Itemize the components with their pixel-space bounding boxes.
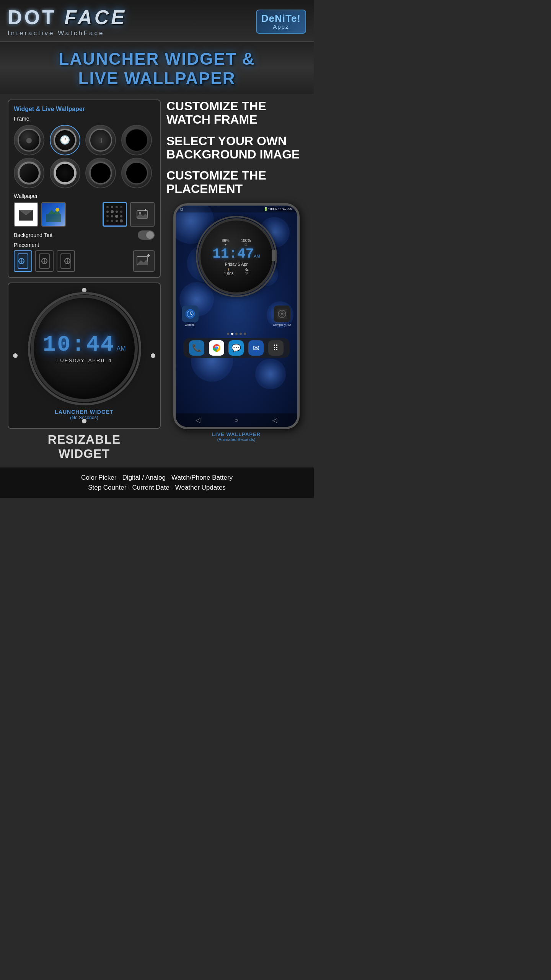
background-tint-row: Background Tint bbox=[14, 230, 155, 240]
phone-dock-area: 📞 💬 ✉ ⠿ bbox=[179, 338, 293, 358]
face-word: FACE bbox=[64, 6, 127, 28]
svg-point-11 bbox=[120, 206, 122, 208]
footer: Color Picker - Digital / Analog - Watch/… bbox=[0, 467, 314, 498]
logo-appz-text: Appz bbox=[261, 23, 301, 30]
feature-2-heading: SELECT YOUR OWN BACKGROUND IMAGE bbox=[166, 134, 306, 161]
launcher-widget-label: LAUNCHER WIDGET bbox=[55, 409, 113, 415]
svg-point-10 bbox=[116, 206, 118, 208]
app-title: DOT FACE bbox=[8, 6, 127, 29]
watch-outer-ring bbox=[28, 292, 141, 405]
placement-add-button[interactable] bbox=[133, 250, 155, 272]
placement-label: Placement bbox=[14, 242, 155, 248]
left-panel: Widget & Live Wallpaper Frame ⬤ 🕐 || bbox=[8, 100, 161, 461]
placement-center-icon bbox=[39, 253, 50, 269]
nav-recents[interactable]: ◁ bbox=[272, 416, 277, 424]
wallpaper-row bbox=[14, 202, 155, 227]
app-watchr[interactable]: WatchR bbox=[182, 305, 199, 327]
widget-preview-container: 10:44 AM TUESDAY, APRIL 4 LAUNCHER WIDGE… bbox=[8, 283, 161, 429]
denite-logo: DeNiTe! Appz bbox=[256, 10, 306, 34]
dock-apps-icon[interactable]: ⠿ bbox=[268, 340, 284, 356]
footer-line-1: Color Picker - Digital / Analog - Watch/… bbox=[8, 473, 306, 483]
background-tint-label: Background Tint bbox=[14, 232, 52, 238]
page-dot-2 bbox=[231, 333, 233, 335]
phone-dock: 📞 💬 ✉ ⠿ bbox=[183, 338, 290, 358]
background-tint-toggle[interactable] bbox=[138, 230, 155, 240]
placement-right[interactable] bbox=[57, 250, 75, 272]
placement-center[interactable] bbox=[35, 250, 54, 272]
wallpaper-add-button[interactable] bbox=[130, 202, 155, 227]
wallpaper-blue-scene[interactable] bbox=[41, 202, 66, 227]
phone-screen: ◻ 🔋100% 11:47 AM 8 bbox=[176, 206, 297, 427]
svg-point-13 bbox=[111, 210, 114, 213]
phone-status-bar: ◻ 🔋100% 11:47 AM bbox=[176, 206, 297, 212]
frame-option-3[interactable]: ||| bbox=[85, 125, 116, 155]
phone-watch-widget: 86% ● 100% □ 11:47 AM bbox=[198, 218, 275, 295]
logo-denite-text: DeNiTe! bbox=[261, 13, 301, 23]
resize-handle-left[interactable] bbox=[13, 353, 18, 358]
live-wallpaper-sublabel: (Animated Seconds) bbox=[166, 437, 306, 442]
svg-point-19 bbox=[120, 215, 122, 217]
svg-point-16 bbox=[106, 215, 109, 217]
phone-watch-outer-ring bbox=[196, 216, 277, 297]
dot-word: DOT bbox=[8, 6, 64, 28]
svg-point-15 bbox=[120, 211, 122, 213]
wallpaper-white[interactable] bbox=[14, 202, 38, 227]
frame-option-7[interactable] bbox=[85, 158, 116, 188]
content-area: Widget & Live Wallpaper Frame ⬤ 🕐 || bbox=[0, 94, 314, 467]
frame-label: Frame bbox=[14, 116, 155, 122]
phone-bottom-nav: ◁ ○ ◁ bbox=[176, 413, 297, 427]
phone-home-row: WatchR bbox=[176, 302, 297, 330]
svg-point-18 bbox=[115, 215, 118, 218]
envelope-icon bbox=[19, 207, 33, 222]
app-complify[interactable]: CompliFy HD bbox=[273, 305, 291, 327]
status-battery: 🔋100% bbox=[264, 207, 277, 211]
frame-option-8[interactable] bbox=[121, 158, 152, 188]
complify-app-icon bbox=[277, 309, 287, 319]
footer-line-2: Step Counter - Current Date - Weather Up… bbox=[8, 483, 306, 493]
watchr-icon bbox=[182, 305, 199, 322]
status-time: 11:47 AM bbox=[278, 207, 292, 211]
wallpaper-label: Wallpaper bbox=[14, 193, 155, 199]
feature-text-area: CUSTOMIZE THE WATCH FRAME SELECT YOUR OW… bbox=[166, 100, 306, 196]
status-left: ◻ bbox=[180, 207, 183, 211]
svg-point-20 bbox=[106, 220, 109, 222]
frame-grid: ⬤ 🕐 ||| bbox=[14, 125, 155, 188]
placement-left[interactable] bbox=[14, 250, 32, 272]
svg-point-12 bbox=[106, 211, 109, 213]
nav-home[interactable]: ○ bbox=[235, 417, 238, 424]
placement-right-icon bbox=[60, 253, 71, 269]
main-title-banner: LAUNCHER WIDGET & LIVE WALLPAPER bbox=[0, 42, 314, 94]
dock-messages-icon[interactable]: 💬 bbox=[228, 340, 244, 356]
add-photo-icon bbox=[136, 208, 148, 220]
complify-icon bbox=[274, 305, 290, 322]
placement-left-icon bbox=[18, 253, 28, 269]
frame-option-6[interactable] bbox=[50, 158, 80, 188]
page-dot-1 bbox=[227, 333, 229, 335]
wallpaper-dotted[interactable] bbox=[103, 202, 127, 227]
frame-option-5[interactable] bbox=[14, 158, 44, 188]
resizable-widget-label: RESIZABLE WIDGET bbox=[8, 433, 161, 461]
feature-3-heading: CUSTOMIZE THE PLACEMENT bbox=[166, 169, 306, 196]
feature-1-heading: CUSTOMIZE THE WATCH FRAME bbox=[166, 100, 306, 126]
dock-phone-icon[interactable]: 📞 bbox=[189, 340, 204, 356]
svg-point-52 bbox=[281, 313, 283, 315]
frame-option-1[interactable]: ⬤ bbox=[14, 125, 44, 155]
svg-point-58 bbox=[215, 346, 218, 350]
page-indicator bbox=[176, 333, 297, 335]
svg-point-22 bbox=[116, 220, 118, 222]
svg-point-9 bbox=[111, 206, 113, 208]
resize-handle-right[interactable] bbox=[151, 353, 155, 358]
watch-widget-preview: 10:44 AM TUESDAY, APRIL 4 bbox=[31, 295, 138, 402]
svg-point-8 bbox=[106, 206, 109, 208]
dock-chrome-icon[interactable] bbox=[209, 340, 224, 356]
svg-marker-26 bbox=[137, 214, 148, 218]
watchr-app-icon bbox=[185, 309, 196, 319]
page-dot-3 bbox=[235, 333, 238, 335]
frame-option-4[interactable] bbox=[121, 125, 152, 155]
frame-option-2[interactable]: 🕐 bbox=[50, 125, 80, 155]
dots-pattern bbox=[104, 204, 125, 225]
dock-mail-icon[interactable]: ✉ bbox=[248, 340, 264, 356]
nav-back[interactable]: ◁ bbox=[196, 416, 200, 424]
svg-point-17 bbox=[111, 215, 113, 217]
resize-handle-bottom[interactable] bbox=[82, 419, 86, 423]
